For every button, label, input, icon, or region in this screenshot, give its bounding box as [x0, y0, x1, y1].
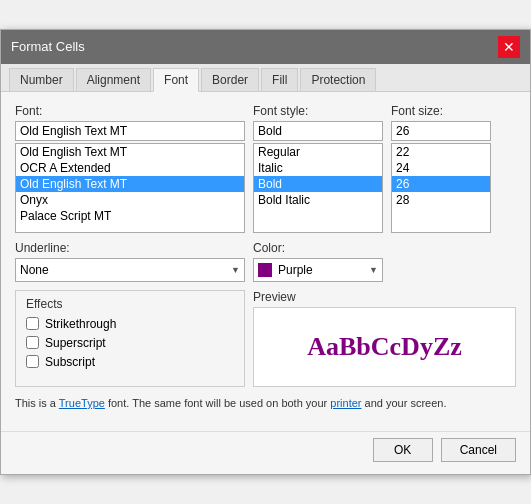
font-input[interactable] — [15, 121, 245, 141]
tab-font[interactable]: Font — [153, 68, 199, 92]
list-item[interactable]: Old English Text MT — [16, 144, 244, 160]
preview-label: Preview — [253, 290, 516, 304]
tab-fill[interactable]: Fill — [261, 68, 298, 91]
list-item[interactable]: 28 — [392, 192, 490, 208]
font-style-column: Font style: Regular Italic Bold Bold Ita… — [253, 104, 383, 233]
font-style-label: Font style: — [253, 104, 383, 118]
color-column: Color: Purple Black White Red Blue Green — [253, 241, 383, 282]
font-style-list[interactable]: Regular Italic Bold Bold Italic — [253, 143, 383, 233]
tab-border[interactable]: Border — [201, 68, 259, 91]
underline-column: Underline: None Single Double Single Acc… — [15, 241, 245, 282]
ok-button[interactable]: OK — [373, 438, 433, 462]
preview-box: AaBbCcDyZz — [253, 307, 516, 387]
list-item[interactable]: OCR A Extended — [16, 160, 244, 176]
strikethrough-checkbox[interactable] — [26, 317, 39, 330]
tab-number[interactable]: Number — [9, 68, 74, 91]
color-select[interactable]: Purple Black White Red Blue Green — [253, 258, 383, 282]
effects-box: Effects Strikethrough Superscript Subscr… — [15, 290, 245, 387]
printer-link[interactable]: printer — [330, 397, 361, 409]
list-item[interactable]: 22 — [392, 144, 490, 160]
close-button[interactable]: ✕ — [498, 36, 520, 58]
list-item[interactable]: Palace Script MT — [16, 208, 244, 224]
tab-protection[interactable]: Protection — [300, 68, 376, 91]
list-item[interactable]: 24 — [392, 160, 490, 176]
preview-section: Preview AaBbCcDyZz — [253, 290, 516, 387]
preview-text: AaBbCcDyZz — [307, 332, 462, 362]
truetype-link[interactable]: TrueType — [59, 397, 105, 409]
list-item[interactable]: Bold — [254, 176, 382, 192]
font-row: Font: Old English Text MT OCR A Extended… — [15, 104, 516, 233]
cancel-button[interactable]: Cancel — [441, 438, 516, 462]
font-size-input[interactable] — [391, 121, 491, 141]
list-item[interactable]: Old English Text MT — [16, 176, 244, 192]
list-item[interactable]: Bold Italic — [254, 192, 382, 208]
effects-label: Effects — [26, 297, 234, 311]
footer: OK Cancel — [1, 431, 530, 474]
list-item[interactable]: Onyx — [16, 192, 244, 208]
subscript-label: Subscript — [45, 355, 95, 369]
superscript-label: Superscript — [45, 336, 106, 350]
tab-alignment[interactable]: Alignment — [76, 68, 151, 91]
superscript-row: Superscript — [26, 336, 234, 350]
font-label: Font: — [15, 104, 245, 118]
list-item[interactable]: Italic — [254, 160, 382, 176]
info-text: This is a TrueType font. The same font w… — [15, 395, 516, 412]
font-list[interactable]: Old English Text MT OCR A Extended Old E… — [15, 143, 245, 233]
effects-preview-row: Effects Strikethrough Superscript Subscr… — [15, 290, 516, 387]
color-label: Color: — [253, 241, 383, 255]
strikethrough-row: Strikethrough — [26, 317, 234, 331]
strikethrough-label: Strikethrough — [45, 317, 116, 331]
format-cells-dialog: Format Cells ✕ Number Alignment Font Bor… — [0, 29, 531, 476]
font-style-input[interactable] — [253, 121, 383, 141]
underline-color-row: Underline: None Single Double Single Acc… — [15, 241, 516, 282]
tab-bar: Number Alignment Font Border Fill Protec… — [1, 64, 530, 92]
font-size-column: Font size: 22 24 26 28 — [391, 104, 491, 233]
dialog-title: Format Cells — [11, 39, 85, 54]
color-select-wrapper: Purple Black White Red Blue Green — [253, 258, 383, 282]
font-column: Font: Old English Text MT OCR A Extended… — [15, 104, 245, 233]
underline-label: Underline: — [15, 241, 245, 255]
font-size-label: Font size: — [391, 104, 491, 118]
subscript-checkbox[interactable] — [26, 355, 39, 368]
list-item[interactable]: Regular — [254, 144, 382, 160]
subscript-row: Subscript — [26, 355, 234, 369]
list-item[interactable]: 26 — [392, 176, 490, 192]
tab-content: Font: Old English Text MT OCR A Extended… — [1, 92, 530, 432]
title-bar: Format Cells ✕ — [1, 30, 530, 64]
font-size-list[interactable]: 22 24 26 28 — [391, 143, 491, 233]
underline-select[interactable]: None Single Double Single Accounting Dou… — [15, 258, 245, 282]
superscript-checkbox[interactable] — [26, 336, 39, 349]
underline-select-wrapper: None Single Double Single Accounting Dou… — [15, 258, 245, 282]
